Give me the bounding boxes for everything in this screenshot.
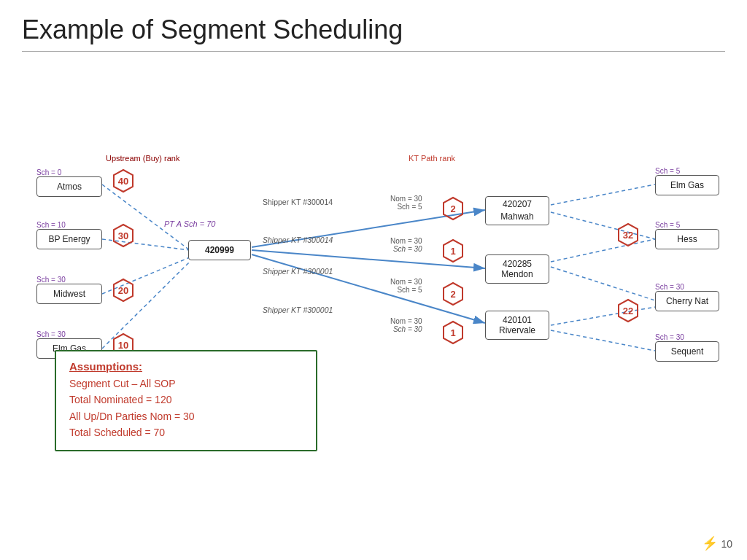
badge-32: 32: [616, 222, 640, 247]
badge-1-rivervale2: 1: [441, 320, 465, 345]
badge-2-rivervale: 2: [441, 281, 465, 306]
diagram-area: Upstream (Buy) rank KT Path rank PT A Sc…: [22, 59, 725, 373]
badge-2-mahwah: 2: [441, 196, 465, 221]
elm-gas-left-sch-label: Sch = 30: [36, 330, 66, 338]
hess-sch: Sch = 5: [655, 221, 680, 229]
nom-sch-3: Nom = 30Sch = 5: [390, 278, 422, 294]
cherry-nat-box: Cherry Nat: [655, 291, 719, 311]
sequent-box: Sequent: [655, 341, 719, 362]
cherry-nat-sch: Sch = 30: [655, 283, 684, 291]
badge-30-bp: 30: [111, 223, 136, 248]
mahwah-box: 420207Mahwah: [485, 196, 549, 225]
pt-a-label: PT A Sch = 70: [164, 219, 215, 228]
svg-line-9: [551, 184, 655, 205]
elm-gas-right-box: Elm Gas: [655, 175, 719, 195]
assumption-line-1: Segment Cut – All SOP: [69, 376, 303, 392]
shipper-label-3: Shipper KT #300001: [263, 267, 333, 276]
center-node-box: 420999: [188, 240, 251, 260]
page-number: ⚡10: [702, 535, 732, 551]
upstream-label: Upstream (Buy) rank: [106, 154, 179, 163]
assumption-line-3: All Up/Dn Parties Nom = 30: [69, 408, 303, 424]
divider: [22, 51, 725, 52]
bp-sch-label: Sch = 10: [36, 221, 66, 229]
diagram-svg: [22, 59, 725, 373]
page: Example of Segment Scheduling: [0, 0, 747, 560]
svg-line-11: [551, 267, 655, 300]
assumptions-heading: Assumptions:: [69, 360, 303, 373]
bolt-icon: ⚡: [702, 536, 718, 551]
shipper-label-4: Shipper KT #300001: [263, 306, 333, 314]
bp-energy-box: BP Energy: [36, 229, 102, 249]
assumptions-box: Assumptions: Segment Cut – All SOP Total…: [55, 350, 317, 451]
badge-40: 40: [111, 168, 136, 193]
assumption-line-2: Total Nominated = 120: [69, 392, 303, 408]
badge-22: 22: [616, 298, 640, 323]
midwest-sch-label: Sch = 30: [36, 276, 66, 284]
badge-20: 20: [111, 278, 136, 303]
assumption-line-4: Total Scheduled = 70: [69, 424, 303, 440]
elm-gas-right-sch: Sch = 5: [655, 167, 680, 175]
hess-box: Hess: [655, 229, 719, 249]
badge-1-mendon: 1: [441, 238, 465, 263]
atmos-sch-label: Sch = 0: [36, 168, 61, 176]
sequent-sch: Sch = 30: [655, 333, 684, 341]
shipper-label-1: Shipper KT #300014: [263, 198, 333, 206]
nom-sch-2: Nom = 30Sch = 30: [390, 237, 422, 253]
kt-path-label: KT Path rank: [409, 154, 455, 163]
page-title: Example of Segment Scheduling: [22, 15, 725, 45]
nom-sch-4: Nom = 30Sch = 30: [390, 317, 422, 333]
nom-sch-1: Nom = 30Sch = 5: [390, 195, 422, 211]
mendon-box: 420285Mendon: [485, 254, 549, 284]
svg-line-14: [551, 330, 655, 351]
shipper-label-2: Shipper KT #300014: [263, 236, 333, 244]
atmos-box: Atmos: [36, 176, 102, 197]
midwest-box: Midwest: [36, 284, 102, 304]
rivervale-box: 420101Rivervale: [485, 311, 549, 340]
